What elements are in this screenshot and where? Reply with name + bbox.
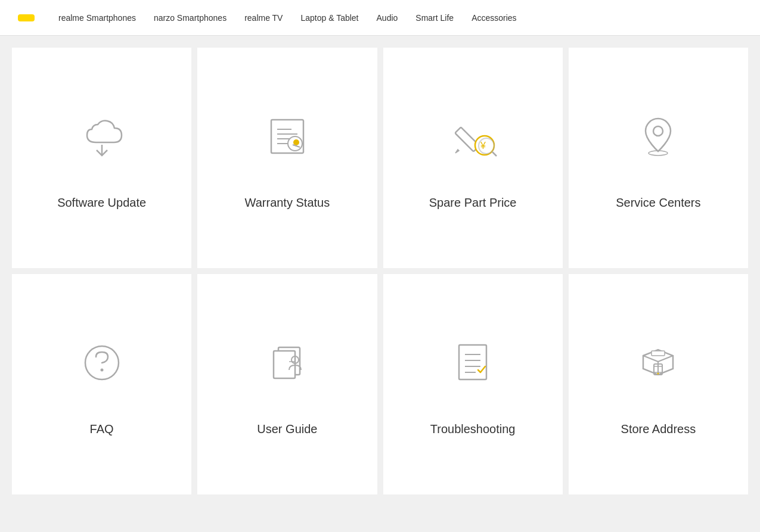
user-guide-icon bbox=[258, 333, 317, 393]
cloud-download-icon bbox=[72, 107, 132, 166]
card-spare-part-price[interactable]: ¥ Spare Part Price bbox=[383, 48, 563, 268]
svg-rect-24 bbox=[459, 345, 486, 379]
service-grid: Software Update Warranty Status ¥ bbox=[0, 36, 760, 506]
location-icon bbox=[628, 107, 688, 166]
nav-smart-life[interactable]: Smart Life bbox=[415, 13, 454, 23]
svg-marker-11 bbox=[455, 150, 459, 153]
header: realme Smartphonesnarzo Smartphonesrealm… bbox=[0, 0, 760, 36]
svg-rect-21 bbox=[274, 351, 295, 378]
card-label-troubleshooting: Troubleshooting bbox=[430, 422, 516, 436]
card-service-centers[interactable]: Service Centers bbox=[569, 48, 748, 268]
main-nav: realme Smartphonesnarzo Smartphonesrealm… bbox=[58, 13, 517, 23]
card-label-warranty-status: Warranty Status bbox=[245, 196, 330, 210]
svg-text:¥: ¥ bbox=[480, 141, 486, 151]
nav-audio[interactable]: Audio bbox=[377, 13, 398, 23]
nav-accessories[interactable]: Accessories bbox=[471, 13, 516, 23]
svg-point-16 bbox=[653, 126, 663, 136]
svg-point-19 bbox=[100, 368, 103, 371]
card-label-store-address: Store Address bbox=[621, 422, 696, 436]
card-user-guide[interactable]: User Guide bbox=[197, 274, 377, 494]
svg-rect-32 bbox=[652, 351, 665, 356]
svg-line-15 bbox=[492, 152, 497, 156]
nav-realme-smartphones[interactable]: realme Smartphones bbox=[58, 13, 136, 23]
card-software-update[interactable]: Software Update bbox=[12, 48, 191, 268]
card-warranty-status[interactable]: Warranty Status bbox=[197, 48, 377, 268]
nav-realme-tv[interactable]: realme TV bbox=[244, 13, 283, 23]
warranty-icon bbox=[258, 107, 317, 166]
nav-narzo-smartphones[interactable]: narzo Smartphones bbox=[154, 13, 227, 23]
card-label-spare-part-price: Spare Part Price bbox=[429, 196, 517, 210]
card-label-faq: FAQ bbox=[90, 422, 114, 436]
svg-point-36 bbox=[657, 372, 659, 374]
store-icon bbox=[628, 333, 688, 393]
card-label-service-centers: Service Centers bbox=[616, 196, 700, 210]
card-store-address[interactable]: Store Address bbox=[569, 274, 748, 494]
question-icon bbox=[72, 333, 132, 393]
svg-line-30 bbox=[658, 356, 673, 362]
card-faq[interactable]: FAQ bbox=[12, 274, 191, 494]
logo[interactable] bbox=[18, 14, 35, 21]
troubleshooting-icon bbox=[443, 333, 502, 393]
card-troubleshooting[interactable]: Troubleshooting bbox=[383, 274, 563, 494]
card-label-software-update: Software Update bbox=[57, 196, 146, 210]
card-label-user-guide: User Guide bbox=[257, 422, 317, 436]
svg-line-29 bbox=[643, 356, 658, 362]
spare-part-icon: ¥ bbox=[443, 107, 502, 166]
nav-laptop-tablet[interactable]: Laptop & Tablet bbox=[300, 13, 358, 23]
svg-point-8 bbox=[293, 139, 299, 145]
